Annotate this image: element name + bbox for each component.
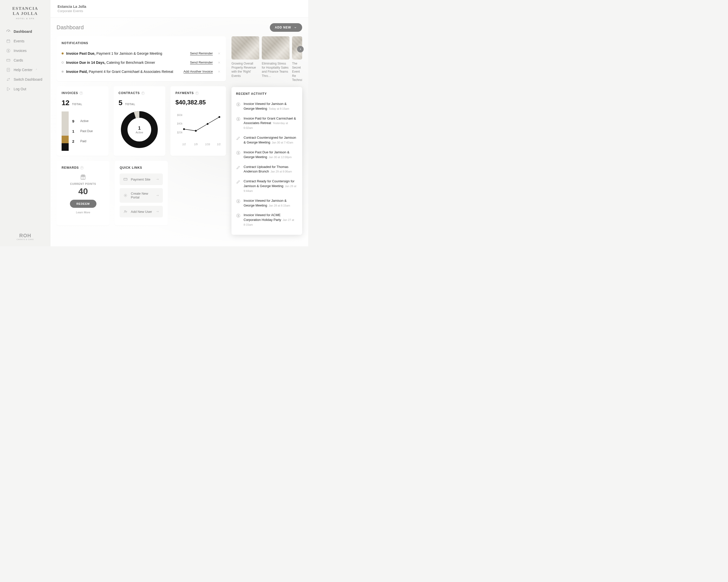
contracts-header: CONTRACTS bbox=[119, 91, 140, 95]
footer-logo: ROH bbox=[5, 233, 46, 239]
notifications-card: NOTIFICATIONS Invoice Past Due, Payment … bbox=[56, 36, 226, 81]
sidebar-item-invoices[interactable]: Invoices bbox=[2, 46, 49, 55]
notification-text: Invoice Past Due, Payment 1 for Jamison … bbox=[66, 51, 187, 55]
quicklink-payment-site[interactable]: Payment Site bbox=[120, 173, 162, 185]
help-icon[interactable]: ? bbox=[79, 91, 83, 95]
learn-more-link[interactable]: Learn More bbox=[61, 211, 104, 214]
dollar-icon bbox=[236, 117, 240, 121]
sidebar-item-events[interactable]: Events bbox=[2, 36, 49, 46]
activity-time: Today at 8:15am bbox=[268, 107, 289, 110]
article-gallery: Growing Overall Property Revenue with th… bbox=[232, 36, 302, 82]
sidebar-item-label: Help Center bbox=[14, 68, 32, 72]
arrow-right-icon bbox=[156, 177, 159, 181]
page-title: Dashboard bbox=[56, 24, 84, 31]
card-icon bbox=[123, 177, 128, 182]
close-icon[interactable] bbox=[217, 52, 221, 55]
invoice-breakdown-label: Active bbox=[80, 119, 88, 123]
quicklinks-card: QUICK LINKS Payment Site Create New Port… bbox=[114, 161, 167, 225]
dollar-icon bbox=[236, 102, 240, 107]
activity-text: Invoice Paid for Grant Carmichael & Asso… bbox=[243, 116, 296, 125]
contracts-card: CONTRACTS ? 5 TOTAL 1 bbox=[113, 86, 165, 156]
notification-row: Invoice Paid, Payment 4 for Grant Carmic… bbox=[61, 67, 221, 76]
invoice-breakdown-count: 2 bbox=[72, 139, 77, 143]
activity-row: Invoice Past Due for Jamison & George Me… bbox=[236, 147, 297, 162]
notification-text: Invoice Due in 14 Days, Catering for Ben… bbox=[66, 60, 187, 64]
payments-amount: $40,382.85 bbox=[176, 99, 221, 106]
header-title: Estancia La Jolla bbox=[57, 4, 301, 8]
rewards-points: 40 bbox=[61, 186, 104, 196]
contracts-total: 5 bbox=[119, 99, 123, 107]
quicklink-create-new-portal[interactable]: Create New Portal bbox=[120, 188, 162, 203]
activity-row: Invoice Viewed for ACME Corporation Holi… bbox=[236, 210, 297, 230]
status-dot bbox=[61, 52, 63, 54]
notification-row: Invoice Past Due, Payment 1 for Jamison … bbox=[61, 49, 221, 58]
close-icon[interactable] bbox=[217, 61, 221, 64]
svg-text:1/16: 1/16 bbox=[205, 143, 210, 146]
quicklink-add-new-user[interactable]: Add New User bbox=[120, 206, 162, 217]
arrow-right-icon bbox=[156, 210, 159, 213]
gift-icon bbox=[79, 173, 86, 181]
sidebar-item-help-center[interactable]: Help Center bbox=[2, 65, 49, 75]
gallery-item[interactable]: The Secret Event Re Technolo bbox=[292, 36, 302, 82]
pen-icon bbox=[236, 165, 240, 170]
activity-text: Invoice Viewed for ACME Corporation Holi… bbox=[243, 213, 281, 222]
gallery-caption: The Secret Event Re Technolo bbox=[292, 61, 302, 82]
activity-row: Contract Countersigned for Jamison & Geo… bbox=[236, 133, 297, 147]
sidebar-item-switch-dashboard[interactable]: Switch Dashboard bbox=[2, 75, 49, 84]
dollar-icon bbox=[236, 213, 240, 218]
activity-time: Jan 30 at 7:42am bbox=[272, 141, 293, 144]
gauge-icon bbox=[6, 29, 10, 34]
calendar-icon bbox=[6, 39, 10, 44]
svg-point-18 bbox=[195, 130, 197, 132]
sidebar-item-label: Switch Dashboard bbox=[14, 77, 43, 81]
dollar-icon bbox=[236, 150, 240, 155]
invoice-breakdown-count: 9 bbox=[72, 119, 77, 123]
gallery-caption: Growing Overall Property Revenue with th… bbox=[232, 61, 259, 78]
help-icon[interactable]: ? bbox=[196, 91, 199, 95]
notification-action[interactable]: Add Another Invoice bbox=[183, 70, 213, 74]
sidebar-item-log-out[interactable]: Log Out bbox=[2, 84, 49, 94]
invoices-header: INVOICES bbox=[61, 91, 78, 95]
payments-card: PAYMENTS ? $40,382.85 $20k$40k$60k1/21/9… bbox=[171, 86, 226, 156]
gallery-caption: Eliminating Stress for Hospitality Sales… bbox=[262, 61, 289, 78]
contracts-donut: 1 Active bbox=[119, 109, 159, 150]
add-new-button[interactable]: ADD NEW bbox=[270, 23, 302, 32]
rewards-header: REWARDS bbox=[61, 166, 79, 169]
brand-logo: ESTANCIALA JOLLA HOTEL & SPA bbox=[0, 6, 51, 20]
activity-row: Invoice Viewed for Jamison & George Meet… bbox=[236, 196, 297, 211]
gallery-item[interactable]: Eliminating Stress for Hospitality Sales… bbox=[262, 36, 289, 82]
svg-text:1/2: 1/2 bbox=[182, 143, 186, 146]
invoice-breakdown-count: 1 bbox=[72, 129, 77, 133]
notification-action[interactable]: Send Reminder bbox=[190, 51, 213, 55]
activity-row: Invoice Viewed for Jamison & George Meet… bbox=[236, 99, 297, 114]
recent-activity-header: RECENT ACTIVITY bbox=[236, 92, 297, 95]
notification-action[interactable]: Send Reminder bbox=[190, 60, 213, 64]
notification-text: Invoice Paid, Payment 4 for Grant Carmic… bbox=[66, 70, 181, 74]
gallery-next-button[interactable] bbox=[297, 46, 304, 52]
sidebar-footer: ROH CARATS & CAKE bbox=[0, 233, 51, 240]
logout-icon bbox=[6, 87, 10, 91]
activity-time: Jan 29 at 8:06am bbox=[270, 170, 292, 173]
svg-text:$60k: $60k bbox=[177, 114, 183, 116]
help-icon[interactable]: ? bbox=[141, 91, 145, 95]
rewards-card: REWARDS ? CURRENT POINTS 40 REDEEM Learn… bbox=[56, 161, 109, 225]
status-dot bbox=[61, 71, 63, 73]
svg-text:1/9: 1/9 bbox=[194, 143, 198, 146]
sidebar-item-dashboard[interactable]: Dashboard bbox=[2, 27, 49, 36]
svg-text:$20k: $20k bbox=[177, 131, 183, 134]
gallery-thumbnail bbox=[232, 36, 259, 59]
page-header: Estancia La Jolla Corporate Events bbox=[51, 0, 308, 18]
notifications-header: NOTIFICATIONS bbox=[61, 41, 221, 45]
header-subtitle: Corporate Events bbox=[57, 9, 301, 13]
payments-header: PAYMENTS bbox=[176, 91, 194, 95]
close-icon[interactable] bbox=[217, 70, 221, 73]
activity-time: Jan 30 at 12:00pm bbox=[268, 156, 291, 159]
redeem-button[interactable]: REDEEM bbox=[70, 200, 97, 208]
invoices-card: INVOICES ? 12 TOTAL 9Active1Past Due2Pai… bbox=[56, 86, 108, 156]
pen-icon bbox=[236, 136, 240, 140]
activity-row: Invoice Paid for Grant Carmichael & Asso… bbox=[236, 114, 297, 133]
payments-chart: $20k$40k$60k1/21/91/161/23 bbox=[176, 109, 221, 147]
help-icon[interactable]: ? bbox=[80, 166, 83, 169]
gallery-item[interactable]: Growing Overall Property Revenue with th… bbox=[232, 36, 259, 82]
sidebar-item-cards[interactable]: Cards bbox=[2, 55, 49, 65]
